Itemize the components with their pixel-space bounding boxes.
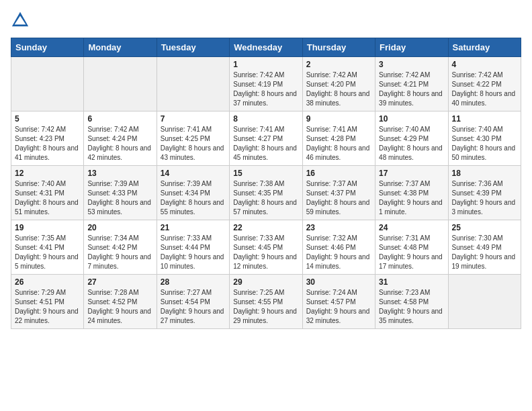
logo <box>11 11 32 30</box>
calendar-cell: 20Sunrise: 7:34 AM Sunset: 4:42 PM Dayli… <box>84 220 157 275</box>
calendar-week-row: 26Sunrise: 7:29 AM Sunset: 4:51 PM Dayli… <box>11 275 521 329</box>
day-info: Sunrise: 7:42 AM Sunset: 4:20 PM Dayligh… <box>306 71 371 108</box>
calendar-cell: 1Sunrise: 7:42 AM Sunset: 4:19 PM Daylig… <box>230 57 302 111</box>
day-number: 2 <box>306 60 371 69</box>
day-number: 4 <box>452 60 517 69</box>
day-number: 11 <box>452 114 517 124</box>
day-number: 3 <box>379 60 444 69</box>
calendar-cell: 30Sunrise: 7:24 AM Sunset: 4:57 PM Dayli… <box>302 275 375 329</box>
day-of-week-header: Monday <box>84 38 157 57</box>
day-info: Sunrise: 7:42 AM Sunset: 4:21 PM Dayligh… <box>379 71 444 108</box>
day-number: 14 <box>161 169 226 178</box>
calendar-cell: 9Sunrise: 7:41 AM Sunset: 4:28 PM Daylig… <box>302 111 375 166</box>
day-number: 18 <box>452 169 517 178</box>
day-number: 17 <box>379 169 444 178</box>
day-info: Sunrise: 7:40 AM Sunset: 4:30 PM Dayligh… <box>452 125 517 163</box>
calendar-cell: 22Sunrise: 7:33 AM Sunset: 4:45 PM Dayli… <box>230 220 302 275</box>
day-number: 15 <box>233 169 298 178</box>
day-number: 5 <box>15 114 80 124</box>
logo-icon <box>11 11 30 30</box>
day-number: 1 <box>233 60 298 69</box>
day-info: Sunrise: 7:37 AM Sunset: 4:37 PM Dayligh… <box>306 179 371 217</box>
calendar-cell <box>448 275 521 329</box>
day-number: 29 <box>233 277 298 287</box>
day-info: Sunrise: 7:37 AM Sunset: 4:38 PM Dayligh… <box>379 179 444 217</box>
day-info: Sunrise: 7:33 AM Sunset: 4:45 PM Dayligh… <box>233 234 298 271</box>
calendar-cell: 13Sunrise: 7:39 AM Sunset: 4:33 PM Dayli… <box>84 166 157 220</box>
calendar-cell: 23Sunrise: 7:32 AM Sunset: 4:46 PM Dayli… <box>302 220 375 275</box>
calendar-cell: 8Sunrise: 7:41 AM Sunset: 4:27 PM Daylig… <box>230 111 302 166</box>
calendar-cell: 24Sunrise: 7:31 AM Sunset: 4:48 PM Dayli… <box>375 220 448 275</box>
calendar-cell: 11Sunrise: 7:40 AM Sunset: 4:30 PM Dayli… <box>448 111 521 166</box>
day-number: 13 <box>87 169 152 178</box>
calendar-table: SundayMondayTuesdayWednesdayThursdayFrid… <box>11 38 521 329</box>
calendar-week-row: 12Sunrise: 7:40 AM Sunset: 4:31 PM Dayli… <box>11 166 521 220</box>
day-info: Sunrise: 7:29 AM Sunset: 4:51 PM Dayligh… <box>15 288 80 326</box>
day-number: 20 <box>87 223 152 232</box>
calendar-cell: 26Sunrise: 7:29 AM Sunset: 4:51 PM Dayli… <box>11 275 84 329</box>
day-number: 12 <box>15 169 80 178</box>
day-number: 16 <box>306 169 371 178</box>
day-info: Sunrise: 7:41 AM Sunset: 4:27 PM Dayligh… <box>233 125 298 163</box>
day-number: 26 <box>15 277 80 287</box>
day-number: 19 <box>15 223 80 232</box>
day-info: Sunrise: 7:38 AM Sunset: 4:35 PM Dayligh… <box>233 179 298 217</box>
calendar-cell: 2Sunrise: 7:42 AM Sunset: 4:20 PM Daylig… <box>302 57 375 111</box>
day-info: Sunrise: 7:36 AM Sunset: 4:39 PM Dayligh… <box>452 179 517 217</box>
day-info: Sunrise: 7:39 AM Sunset: 4:34 PM Dayligh… <box>161 179 226 217</box>
day-of-week-header: Wednesday <box>230 38 302 57</box>
day-number: 6 <box>87 114 152 124</box>
day-info: Sunrise: 7:41 AM Sunset: 4:25 PM Dayligh… <box>161 125 226 163</box>
calendar-cell: 25Sunrise: 7:30 AM Sunset: 4:49 PM Dayli… <box>448 220 521 275</box>
day-info: Sunrise: 7:32 AM Sunset: 4:46 PM Dayligh… <box>306 234 371 271</box>
day-of-week-header: Sunday <box>11 38 84 57</box>
calendar-cell: 21Sunrise: 7:33 AM Sunset: 4:44 PM Dayli… <box>157 220 229 275</box>
day-info: Sunrise: 7:39 AM Sunset: 4:33 PM Dayligh… <box>87 179 152 217</box>
day-of-week-header: Friday <box>375 38 448 57</box>
day-number: 7 <box>161 114 226 124</box>
day-info: Sunrise: 7:40 AM Sunset: 4:31 PM Dayligh… <box>15 179 80 217</box>
calendar-cell: 29Sunrise: 7:25 AM Sunset: 4:55 PM Dayli… <box>230 275 302 329</box>
calendar-cell: 16Sunrise: 7:37 AM Sunset: 4:37 PM Dayli… <box>302 166 375 220</box>
calendar-header-row: SundayMondayTuesdayWednesdayThursdayFrid… <box>11 38 521 57</box>
day-number: 8 <box>233 114 298 124</box>
calendar-cell: 7Sunrise: 7:41 AM Sunset: 4:25 PM Daylig… <box>157 111 229 166</box>
day-number: 28 <box>161 277 226 287</box>
calendar-cell: 3Sunrise: 7:42 AM Sunset: 4:21 PM Daylig… <box>375 57 448 111</box>
day-info: Sunrise: 7:42 AM Sunset: 4:19 PM Dayligh… <box>233 71 298 108</box>
day-number: 31 <box>379 277 444 287</box>
day-number: 10 <box>379 114 444 124</box>
day-info: Sunrise: 7:25 AM Sunset: 4:55 PM Dayligh… <box>233 288 298 326</box>
calendar-cell: 14Sunrise: 7:39 AM Sunset: 4:34 PM Dayli… <box>157 166 229 220</box>
calendar-cell: 15Sunrise: 7:38 AM Sunset: 4:35 PM Dayli… <box>230 166 302 220</box>
calendar-cell <box>157 57 229 111</box>
calendar-cell: 31Sunrise: 7:23 AM Sunset: 4:58 PM Dayli… <box>375 275 448 329</box>
day-info: Sunrise: 7:34 AM Sunset: 4:42 PM Dayligh… <box>87 234 152 271</box>
day-number: 24 <box>379 223 444 232</box>
day-number: 25 <box>452 223 517 232</box>
calendar-week-row: 1Sunrise: 7:42 AM Sunset: 4:19 PM Daylig… <box>11 57 521 111</box>
calendar-cell <box>11 57 84 111</box>
header <box>11 11 521 30</box>
day-of-week-header: Thursday <box>302 38 375 57</box>
day-info: Sunrise: 7:41 AM Sunset: 4:28 PM Dayligh… <box>306 125 371 163</box>
page-container: SundayMondayTuesdayWednesdayThursdayFrid… <box>0 0 532 334</box>
day-info: Sunrise: 7:24 AM Sunset: 4:57 PM Dayligh… <box>306 288 371 326</box>
day-info: Sunrise: 7:28 AM Sunset: 4:52 PM Dayligh… <box>87 288 152 326</box>
calendar-cell: 6Sunrise: 7:42 AM Sunset: 4:24 PM Daylig… <box>84 111 157 166</box>
calendar-week-row: 19Sunrise: 7:35 AM Sunset: 4:41 PM Dayli… <box>11 220 521 275</box>
calendar-cell: 4Sunrise: 7:42 AM Sunset: 4:22 PM Daylig… <box>448 57 521 111</box>
calendar-cell: 19Sunrise: 7:35 AM Sunset: 4:41 PM Dayli… <box>11 220 84 275</box>
calendar-cell: 28Sunrise: 7:27 AM Sunset: 4:54 PM Dayli… <box>157 275 229 329</box>
calendar-cell: 10Sunrise: 7:40 AM Sunset: 4:29 PM Dayli… <box>375 111 448 166</box>
calendar-cell <box>84 57 157 111</box>
day-number: 21 <box>161 223 226 232</box>
day-info: Sunrise: 7:30 AM Sunset: 4:49 PM Dayligh… <box>452 234 517 271</box>
day-number: 22 <box>233 223 298 232</box>
day-of-week-header: Saturday <box>448 38 521 57</box>
calendar-cell: 18Sunrise: 7:36 AM Sunset: 4:39 PM Dayli… <box>448 166 521 220</box>
calendar-cell: 27Sunrise: 7:28 AM Sunset: 4:52 PM Dayli… <box>84 275 157 329</box>
day-number: 23 <box>306 223 371 232</box>
day-info: Sunrise: 7:31 AM Sunset: 4:48 PM Dayligh… <box>379 234 444 271</box>
day-info: Sunrise: 7:42 AM Sunset: 4:24 PM Dayligh… <box>87 125 152 163</box>
